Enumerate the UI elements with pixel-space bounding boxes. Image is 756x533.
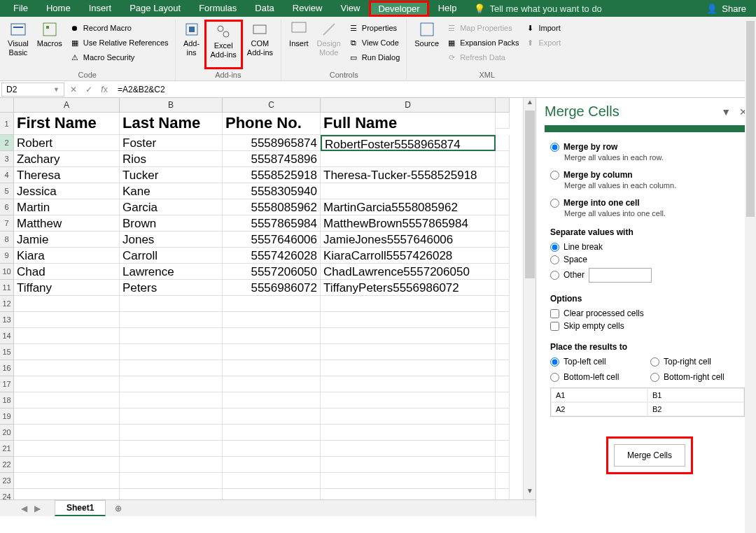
cell-empty[interactable] (321, 296, 496, 312)
cell-empty[interactable] (14, 392, 120, 408)
cell-empty[interactable] (321, 376, 496, 392)
cell-D2[interactable]: RobertFoster5558965874 (321, 135, 496, 151)
cell-C2[interactable]: 5558965874 (223, 135, 321, 151)
cell-C8[interactable]: 5557646006 (223, 232, 321, 248)
cell-C5[interactable]: 5558305940 (223, 183, 321, 199)
cell-C9[interactable]: 5557426028 (223, 248, 321, 264)
refresh-data-button[interactable]: ⟳Refresh Data (443, 50, 522, 64)
chevron-down-icon[interactable]: ▼ (53, 86, 59, 93)
cell-empty[interactable] (120, 312, 223, 328)
cell-empty[interactable] (223, 328, 321, 344)
cell-empty[interactable] (120, 441, 223, 457)
cell-empty[interactable] (120, 296, 223, 312)
cell-C7[interactable]: 5557865984 (223, 215, 321, 232)
cell-empty[interactable] (321, 344, 496, 360)
place-top-left-label[interactable]: Top-left cell (564, 357, 606, 367)
cell-A8[interactable]: Jamie (14, 232, 120, 248)
cell-A5[interactable]: Jessica (14, 183, 120, 199)
formula-input[interactable] (112, 83, 756, 96)
header-cell-C[interactable]: Phone No. (223, 113, 321, 135)
scroll-thumb[interactable] (525, 111, 535, 278)
clear-processed-label[interactable]: Clear processed cells (564, 308, 644, 318)
menu-page-layout[interactable]: Page Layout (120, 1, 190, 17)
merge-by-column-label[interactable]: Merge by column (564, 170, 633, 180)
cell-empty[interactable] (321, 489, 496, 499)
merge-by-column-radio[interactable] (550, 171, 559, 180)
place-top-left-radio[interactable] (550, 357, 559, 367)
accept-formula-button[interactable]: ✓ (81, 85, 97, 94)
place-top-right-label[interactable]: Top-right cell (664, 357, 711, 367)
cell-empty[interactable] (14, 473, 120, 489)
row-header-4[interactable]: 4 (0, 167, 14, 183)
cell-empty[interactable] (223, 425, 321, 441)
cell-A9[interactable]: Kiara (14, 248, 120, 264)
cell-B8[interactable]: Jones (120, 232, 223, 248)
row-header-1[interactable]: 1 (0, 113, 14, 135)
cell-empty[interactable] (14, 489, 120, 499)
sep-other-radio[interactable] (550, 271, 559, 280)
row-header-3[interactable]: 3 (0, 151, 14, 167)
cell-empty[interactable] (120, 376, 223, 392)
sep-linebreak-radio[interactable] (550, 243, 559, 252)
row-header-17[interactable]: 17 (0, 376, 14, 392)
cell-empty[interactable] (321, 441, 496, 457)
scroll-down-arrow[interactable]: ▼ (524, 487, 536, 499)
cell-empty[interactable] (223, 441, 321, 457)
cell-B9[interactable]: Carroll (120, 248, 223, 264)
scroll-up-arrow[interactable]: ▲ (524, 98, 536, 111)
row-header-2[interactable]: 2 (0, 135, 14, 151)
place-bottom-right-label[interactable]: Bottom-right cell (664, 372, 724, 382)
vertical-scrollbar[interactable]: ▲ ▼ (523, 98, 536, 499)
insert-control-button[interactable]: Insert (285, 20, 313, 69)
cell-A4[interactable]: Theresa (14, 167, 120, 183)
cell-empty[interactable] (14, 376, 120, 392)
row-header-22[interactable]: 22 (0, 457, 14, 473)
cell-empty[interactable] (321, 473, 496, 489)
cell-B11[interactable]: Peters (120, 280, 223, 296)
macros-button[interactable]: Macros (33, 20, 66, 69)
cell-C11[interactable]: 5556986072 (223, 280, 321, 296)
row-header-18[interactable]: 18 (0, 392, 14, 408)
menu-view[interactable]: View (331, 1, 369, 17)
tab-nav-next[interactable]: ▶ (34, 504, 41, 513)
sheet-tab-sheet1[interactable]: Sheet1 (55, 500, 106, 516)
row-header-9[interactable]: 9 (0, 248, 14, 264)
row-header-8[interactable]: 8 (0, 232, 14, 248)
cell-D3[interactable] (321, 151, 496, 167)
properties-button[interactable]: ☰Properties (345, 21, 402, 35)
row-header-13[interactable]: 13 (0, 312, 14, 328)
share-button[interactable]: 👤 Share (701, 2, 752, 15)
col-header-A[interactable]: A (14, 98, 120, 113)
cell-B6[interactable]: Garcia (120, 199, 223, 215)
select-all-corner[interactable] (0, 98, 14, 113)
col-header-C[interactable]: C (223, 98, 321, 113)
tell-me-search[interactable]: 💡 Tell me what you want to do (474, 3, 601, 14)
cell-A7[interactable]: Matthew (14, 215, 120, 232)
merge-one-cell-label[interactable]: Merge into one cell (564, 198, 640, 208)
cell-empty[interactable] (321, 425, 496, 441)
cell-C3[interactable]: 5558745896 (223, 151, 321, 167)
cell-empty[interactable] (120, 328, 223, 344)
xml-export-button[interactable]: ⬆Export (522, 36, 564, 50)
taskpane-scroll-thumb[interactable] (746, 21, 755, 217)
cell-empty[interactable] (14, 328, 120, 344)
cell-empty[interactable] (120, 344, 223, 360)
xml-import-button[interactable]: ⬇Import (522, 21, 564, 35)
cell-empty[interactable] (14, 457, 120, 473)
row-header-11[interactable]: 11 (0, 280, 14, 296)
cell-C6[interactable]: 5558085962 (223, 199, 321, 215)
add-sheet-button[interactable]: ⊕ (110, 504, 127, 513)
cell-D11[interactable]: TiffanyPeters5556986072 (321, 280, 496, 296)
col-header-D[interactable]: D (321, 98, 496, 113)
use-relative-refs-button[interactable]: ▦Use Relative References (66, 36, 172, 50)
row-header-7[interactable]: 7 (0, 215, 14, 232)
cell-empty[interactable] (14, 312, 120, 328)
xml-source-button[interactable]: Source (410, 20, 443, 69)
cell-B7[interactable]: Brown (120, 215, 223, 232)
sep-other-label[interactable]: Other (564, 270, 584, 280)
cell-empty[interactable] (14, 360, 120, 376)
merge-cells-button[interactable]: Merge Cells (614, 444, 685, 467)
cell-empty[interactable] (223, 473, 321, 489)
place-bottom-left-radio[interactable] (550, 373, 559, 382)
cell-empty[interactable] (321, 328, 496, 344)
